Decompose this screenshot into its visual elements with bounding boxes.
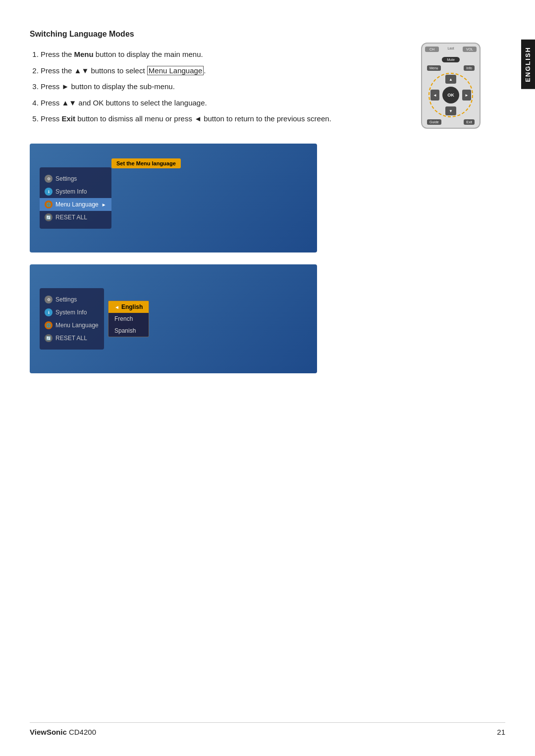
- menu-panel-2: ⚙ Settings ℹ System Info 🌐 Menu Language…: [40, 288, 104, 350]
- vol-button: VOL: [463, 47, 477, 52]
- menu-item-sysinfo-1: ℹ System Info: [40, 185, 111, 198]
- reset-label-2: RESET ALL: [55, 335, 87, 342]
- screen-mockup-1: ⚙ Settings ℹ System Info 🌐 Menu Language…: [30, 144, 317, 252]
- dpad-left: ◄: [430, 90, 439, 101]
- footer-model: CD4200: [69, 728, 96, 736]
- menu-item-menulang-1: 🌐 Menu Language ►: [40, 198, 111, 211]
- mute-row: Mute: [425, 54, 477, 62]
- sysinfo-label-2: System Info: [55, 309, 87, 316]
- submenu-panel: ◄English French Spanish: [108, 301, 149, 337]
- sysinfo-label-1: System Info: [55, 188, 87, 195]
- instruction-5: Press Exit button to dismiss all menu or…: [41, 112, 406, 126]
- dpad-up: ▲: [445, 75, 456, 84]
- instruction-4: Press ▲▼ and OK buttons to select the la…: [41, 96, 406, 110]
- reset-icon-1: 🔄: [45, 213, 53, 221]
- instructions-area: Press the Menu button to display the mai…: [30, 48, 485, 129]
- instruction-3: Press ► button to display the sub-menu.: [41, 80, 406, 94]
- dpad-right: ►: [462, 90, 471, 101]
- settings-label-1: Settings: [55, 175, 77, 182]
- submenu-item-english[interactable]: ◄English: [108, 301, 149, 313]
- menu-item-menulang-2: 🌐 Menu Language: [40, 319, 104, 332]
- submenu-arrow: ◄: [114, 304, 119, 310]
- lang-icon-2: 🌐: [45, 321, 53, 329]
- lang-icon-1: 🌐: [45, 201, 53, 208]
- footer-left: ViewSonic CD4200: [30, 728, 96, 736]
- remote-body: CH Last VOL Mute Menu Info ▲ ▼: [421, 43, 481, 129]
- reset-icon-2: 🔄: [45, 334, 53, 342]
- instruction-2: Press the ▲▼ buttons to select Menu Lang…: [41, 64, 406, 78]
- settings-icon-2: ⚙: [45, 296, 53, 303]
- instruction-1: Press the Menu button to display the mai…: [41, 48, 406, 62]
- info-icon-1: ℹ: [45, 188, 53, 196]
- language-tab: ENGLISH: [521, 40, 535, 89]
- menulang-label-2: Menu Language: [55, 322, 99, 329]
- info-icon-2: ℹ: [45, 308, 53, 316]
- bottom-buttons-row: Guide Exit: [425, 119, 477, 125]
- dpad-down: ▼: [445, 106, 456, 115]
- mute-button: Mute: [442, 57, 460, 62]
- menu-panel-1: ⚙ Settings ℹ System Info 🌐 Menu Language…: [40, 167, 111, 229]
- menu-item-settings-2: ⚙ Settings: [40, 293, 104, 306]
- submenu-item-french[interactable]: French: [108, 313, 149, 325]
- ok-button: OK: [442, 87, 459, 103]
- tooltip-1: Set the Menu language: [111, 158, 181, 168]
- settings-label-2: Settings: [55, 296, 77, 303]
- instructions-list: Press the Menu button to display the mai…: [30, 48, 406, 128]
- page-footer: ViewSonic CD4200 21: [30, 722, 505, 736]
- guide-button: Guide: [427, 119, 441, 125]
- submenu-item-spanish[interactable]: Spanish: [108, 325, 149, 337]
- screen-mockup-2: ⚙ Settings ℹ System Info 🌐 Menu Language…: [30, 264, 317, 373]
- ch-button: CH: [425, 47, 439, 52]
- reset-label-1: RESET ALL: [55, 214, 87, 221]
- footer-page-number: 21: [497, 728, 505, 736]
- menu-item-reset-1: 🔄 RESET ALL: [40, 211, 111, 224]
- settings-icon-1: ⚙: [45, 175, 53, 183]
- menulang-label-1: Menu Language: [55, 201, 99, 208]
- menu-button: Menu: [427, 65, 441, 71]
- arrow-right-1: ►: [102, 202, 107, 207]
- menu-item-reset-2: 🔄 RESET ALL: [40, 332, 104, 345]
- dpad: ▲ ▼ ◄ ► OK: [428, 73, 473, 117]
- remote-top-row: CH Last VOL: [425, 47, 477, 52]
- footer-brand: ViewSonic: [30, 728, 67, 736]
- side-buttons-row: Menu Info: [425, 65, 477, 71]
- remote-illustration: CH Last VOL Mute Menu Info ▲ ▼: [421, 43, 485, 129]
- menu-item-sysinfo-2: ℹ System Info: [40, 306, 104, 319]
- menu-item-settings-1: ⚙ Settings: [40, 172, 111, 185]
- info-button: Info: [464, 65, 475, 71]
- exit-button: Exit: [464, 119, 475, 125]
- section-title: Switching Language Modes: [30, 30, 485, 39]
- last-label: Last: [447, 47, 454, 52]
